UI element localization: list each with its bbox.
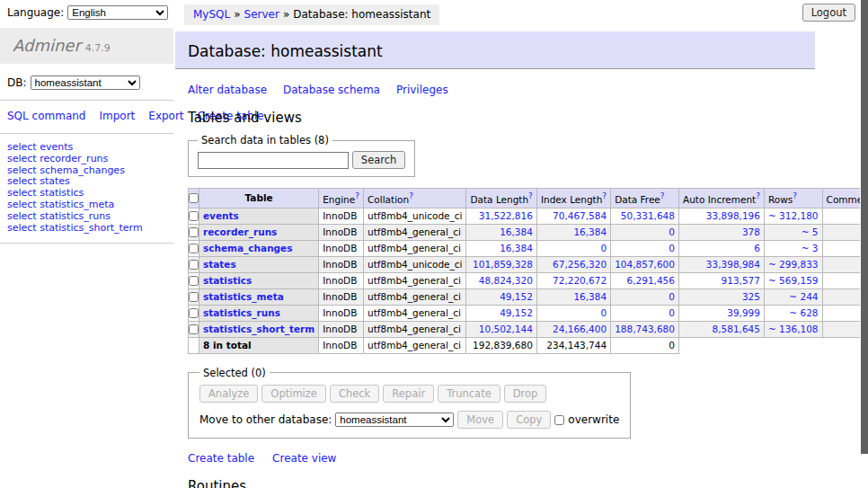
index-length-link[interactable]: 24,166,400: [553, 324, 607, 334]
db-link-database-schema[interactable]: Database schema: [283, 84, 380, 96]
row-checkbox-statistics[interactable]: [189, 276, 199, 286]
rows-count-link[interactable]: ~ 312,180: [768, 210, 819, 221]
sidebar-action-import[interactable]: Import: [99, 110, 135, 122]
search-button[interactable]: Search: [352, 151, 406, 169]
data-length-link[interactable]: 101,859,328: [473, 259, 533, 270]
select-all-checkbox[interactable]: [189, 193, 199, 203]
data-length-link[interactable]: 16,384: [500, 226, 533, 237]
sidebar-action-sql-command[interactable]: SQL command: [7, 110, 85, 122]
sidebar-link-select-statistics-meta[interactable]: select statistics_meta: [7, 200, 166, 211]
row-checkbox-schema-changes[interactable]: [189, 244, 199, 253]
data-free-link[interactable]: 188,743,680: [615, 324, 675, 334]
auto-increment-link[interactable]: 8,581,645: [713, 324, 760, 334]
language-select[interactable]: English: [67, 5, 168, 20]
sidebar-link-select-statistics-short-term[interactable]: select statistics_short_term: [7, 223, 166, 235]
table-link-statistics-short-term[interactable]: statistics_short_term: [203, 324, 314, 334]
rows-count-link[interactable]: ~ 3: [802, 243, 819, 253]
index-length-link[interactable]: 16,384: [573, 291, 607, 302]
data-free-link[interactable]: 0: [669, 243, 675, 253]
index-length-link[interactable]: 0: [600, 307, 607, 318]
data-length-link[interactable]: 48,824,320: [479, 275, 533, 286]
row-checkbox-statistics-runs[interactable]: [189, 308, 199, 318]
scrollbar-thumb[interactable]: [861, 0, 868, 454]
table-link-recorder-runs[interactable]: recorder_runs: [203, 226, 277, 237]
create-view-link[interactable]: Create view: [272, 452, 336, 465]
rows-count-link[interactable]: ~ 569,159: [768, 275, 819, 286]
column-header-rows: Rows?: [764, 189, 822, 209]
db-link-privileges[interactable]: Privileges: [396, 84, 448, 96]
breadcrumb-separator: »: [283, 8, 289, 21]
rows-count-link[interactable]: ~ 244: [789, 291, 818, 302]
row-checkbox-events[interactable]: [189, 211, 199, 221]
table-link-statistics[interactable]: statistics: [203, 275, 252, 286]
language-row: Language:English: [7, 5, 173, 20]
hint-link-data-free[interactable]: ?: [660, 191, 665, 200]
auto-increment-link[interactable]: 33,398,984: [706, 259, 760, 270]
index-length-link[interactable]: 72,220,672: [553, 275, 607, 286]
data-free-link[interactable]: 0: [669, 226, 675, 237]
sidebar-link-select-recorder-runs[interactable]: select recorder_runs: [7, 154, 166, 165]
overwrite-checkbox[interactable]: [554, 415, 564, 425]
breadcrumb-mysql-link[interactable]: MySQL: [193, 8, 230, 21]
search-input[interactable]: [198, 152, 349, 169]
row-checkbox-statistics-meta[interactable]: [189, 292, 199, 302]
check-button: Check: [330, 385, 379, 403]
auto-increment-link[interactable]: 33,898,196: [706, 210, 760, 221]
db-select[interactable]: homeassistant: [31, 75, 140, 90]
auto-increment-link[interactable]: 378: [742, 226, 760, 237]
data-length-link[interactable]: 49,152: [500, 291, 533, 302]
auto-increment-link[interactable]: 325: [742, 291, 760, 302]
sidebar-link-select-events[interactable]: select events: [7, 142, 166, 154]
auto-increment-link[interactable]: 6: [754, 243, 760, 253]
sidebar-link-select-statistics-runs[interactable]: select statistics_runs: [7, 211, 166, 223]
data-free-link[interactable]: 104,857,600: [615, 259, 675, 270]
index-length-link[interactable]: 16,384: [573, 226, 607, 237]
auto-increment-link[interactable]: 913,577: [722, 275, 760, 286]
row-checkbox-cell: [189, 224, 199, 240]
rows-count-link[interactable]: ~ 5: [802, 226, 819, 237]
hint-link-collation[interactable]: ?: [409, 191, 413, 200]
rows-count-link[interactable]: ~ 136,108: [768, 324, 819, 334]
auto-increment-link[interactable]: 39,999: [727, 307, 760, 318]
table-link-statistics-runs[interactable]: statistics_runs: [203, 307, 280, 318]
row-checkbox-recorder-runs[interactable]: [189, 227, 199, 237]
logout-button[interactable]: Logout: [802, 4, 855, 22]
data-free-link[interactable]: 0: [669, 307, 675, 318]
data-length-link[interactable]: 31,522,816: [479, 210, 533, 221]
move-db-select[interactable]: homeassistant: [335, 413, 454, 427]
hint-sup: ?: [355, 191, 359, 200]
row-checkbox-states[interactable]: [189, 260, 199, 270]
data-free-link[interactable]: 0: [669, 291, 675, 302]
index-length-cell: 16,384: [536, 224, 610, 240]
engine-cell: InnoDB: [319, 321, 364, 337]
table-link-schema-changes[interactable]: schema_changes: [203, 243, 293, 253]
create-table-link[interactable]: Create table: [188, 452, 254, 465]
table-link-states[interactable]: states: [203, 259, 236, 270]
breadcrumb-server-link[interactable]: Server: [244, 8, 279, 21]
data-free-link[interactable]: 50,331,648: [621, 210, 675, 221]
index-length-link[interactable]: 70,467,584: [553, 210, 607, 221]
hint-link-data-length[interactable]: ?: [528, 191, 533, 200]
rows-count-link[interactable]: ~ 299,833: [768, 259, 819, 270]
row-checkbox-statistics-short-term[interactable]: [189, 324, 199, 334]
adminer-brand: Adminer: [13, 36, 81, 55]
hint-link-rows[interactable]: ?: [793, 191, 797, 200]
hint-sup: ?: [660, 191, 665, 200]
table-link-statistics-meta[interactable]: statistics_meta: [203, 291, 284, 302]
vertical-scrollbar[interactable]: [860, 0, 868, 488]
index-length-link[interactable]: 0: [600, 243, 607, 253]
rows-count-link[interactable]: ~ 628: [789, 307, 818, 318]
data-free-cell: 50,331,648: [611, 208, 679, 224]
table-name-cell: schema_changes: [199, 240, 319, 256]
index-length-link[interactable]: 67,256,320: [553, 259, 607, 270]
hint-link-index-length[interactable]: ?: [602, 191, 607, 200]
data-length-link[interactable]: 10,502,144: [479, 324, 533, 334]
db-link-alter-database[interactable]: Alter database: [188, 84, 267, 96]
hint-sup: ?: [409, 191, 413, 200]
table-link-events[interactable]: events: [203, 210, 239, 221]
hint-link-auto-increment[interactable]: ?: [756, 191, 760, 200]
data-length-link[interactable]: 16,384: [500, 243, 533, 253]
data-free-link[interactable]: 6,291,456: [627, 275, 675, 286]
hint-link-engine[interactable]: ?: [355, 191, 359, 200]
data-length-link[interactable]: 49,152: [500, 307, 533, 318]
